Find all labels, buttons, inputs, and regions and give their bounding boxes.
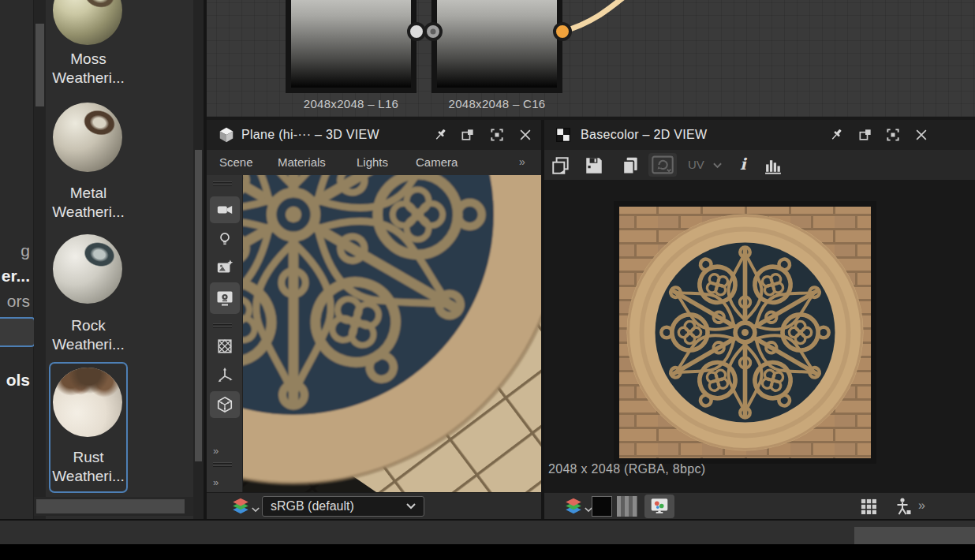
materials-hscrollbar-thumb[interactable]: [36, 499, 185, 513]
render-3d-rosette: [207, 175, 541, 492]
menu-materials[interactable]: Materials: [278, 155, 326, 169]
material-thumbnail-rust[interactable]: [53, 368, 122, 437]
material-thumbnail-moss[interactable]: [53, 0, 122, 45]
view3d-panel: Plane (hi-··· – 3D VIEW Scene Materials …: [207, 120, 541, 519]
view2d-toolbar: UV i: [544, 150, 975, 180]
geometry-button[interactable]: [210, 333, 240, 360]
video-camera-icon: [216, 201, 233, 218]
material-name: Rust: [49, 449, 128, 466]
view2d-bottombar: »: [544, 492, 975, 519]
tiling-button-disabled: [648, 153, 677, 177]
bottombar-overflow-chevron-icon[interactable]: »: [918, 498, 925, 513]
clipped-label: g: [21, 241, 30, 260]
view3d-toolbar: » »: [207, 175, 243, 492]
colorspace-dropdown[interactable]: sRGB (default): [262, 496, 424, 517]
clipped-label: ols: [6, 371, 30, 390]
axes-icon: [216, 367, 233, 384]
float-window-icon[interactable]: [857, 127, 873, 143]
mannequin-scale-icon[interactable]: [894, 497, 913, 517]
materials-scrollbar-thumb[interactable]: [195, 150, 202, 461]
toolbar-grip-handle[interactable]: [213, 461, 232, 467]
material-thumbnail-metal[interactable]: [53, 103, 122, 172]
colorspace-value: sRGB (default): [271, 499, 406, 513]
toolbar-overflow-chevron-icon[interactable]: »: [213, 476, 218, 488]
transform-axes-button[interactable]: [210, 362, 240, 389]
node-graph-canvas[interactable]: 2048x2048 – L16 2048x2048 – C16: [204, 0, 975, 120]
maximize-icon[interactable]: [489, 127, 505, 143]
material-thumbnail-rock[interactable]: [53, 234, 122, 304]
app-window: 2048x2048 – L16 2048x2048 – C16 g er... …: [0, 0, 975, 560]
toolbar-grip-handle[interactable]: [213, 322, 232, 328]
statusbar-scroll-thumb[interactable]: [854, 527, 975, 544]
close-icon[interactable]: [913, 127, 929, 143]
view2d-titlebar[interactable]: Basecolor – 2D VIEW: [544, 120, 975, 150]
histogram-icon[interactable]: [764, 156, 783, 176]
menu-camera[interactable]: Camera: [416, 155, 458, 169]
cube-icon: [218, 126, 235, 144]
materials-hscrollbar[interactable]: [34, 497, 193, 516]
save-icon[interactable]: [584, 155, 604, 176]
materials-scrollbar[interactable]: [193, 0, 204, 519]
colorspace-layers-icon[interactable]: [230, 498, 251, 515]
clipped-label: er...: [2, 267, 30, 286]
color-output-socket[interactable]: [555, 24, 570, 39]
toolbar-grip-handle[interactable]: [213, 180, 232, 186]
environment-image-icon: [216, 259, 233, 276]
display-settings-icon: [215, 289, 234, 308]
viewport-3d[interactable]: » »: [207, 175, 541, 492]
material-name-line2: Weatheri...: [49, 203, 128, 221]
info-icon[interactable]: i: [740, 155, 746, 174]
menu-overflow-chevron-icon[interactable]: »: [519, 155, 525, 168]
display-settings-button[interactable]: [210, 282, 240, 314]
checkerboard-icon: [555, 127, 571, 143]
left-scrollbar[interactable]: [34, 0, 46, 519]
cube-mesh-icon: [216, 396, 233, 413]
clipped-selected-field[interactable]: [0, 317, 35, 347]
uv-mode-label-disabled: UV: [688, 158, 704, 171]
environment-button[interactable]: [210, 254, 240, 281]
output-socket[interactable]: [409, 24, 424, 39]
menu-scene[interactable]: Scene: [219, 155, 253, 169]
copy-icon[interactable]: [620, 155, 641, 176]
display-filter-button[interactable]: [644, 495, 674, 518]
view2d-panel: Basecolor – 2D VIEW: [544, 120, 975, 519]
maximize-icon[interactable]: [885, 127, 901, 143]
material-name-line2: Weatheri...: [49, 336, 128, 353]
geometry-icon: [216, 338, 233, 355]
menu-lights[interactable]: Lights: [357, 155, 388, 169]
chevron-down-icon[interactable]: [252, 507, 260, 513]
pin-icon[interactable]: [432, 127, 448, 143]
background-black-swatch[interactable]: [592, 496, 612, 517]
toolbar-overflow-chevron-icon[interactable]: »: [213, 445, 218, 457]
view2d-title: Basecolor – 2D VIEW: [581, 128, 707, 142]
close-icon[interactable]: [517, 127, 533, 143]
clipped-label: ors: [7, 292, 30, 311]
light-bulb-icon: [217, 231, 233, 247]
rgb-monitor-icon: [649, 497, 670, 516]
input-socket-dot: [431, 29, 436, 35]
view3d-title: Plane (hi-··· – 3D VIEW: [241, 128, 379, 142]
image-info-text: 2048 x 2048 (RGBA, 8bpc): [548, 462, 705, 476]
material-name: Moss: [49, 50, 128, 68]
node-wire[interactable]: [562, 0, 636, 32]
float-window-icon[interactable]: [460, 127, 476, 143]
pin-icon[interactable]: [828, 127, 844, 143]
colorspace-layers-icon[interactable]: [563, 498, 584, 515]
basecolor-texture: [614, 201, 876, 464]
viewport-2d[interactable]: 2048 x 2048 (RGBA, 8bpc): [544, 180, 975, 492]
chevron-down-icon: [713, 162, 722, 169]
mesh-button[interactable]: [210, 391, 240, 418]
left-scrollbar-thumb[interactable]: [35, 24, 44, 106]
view3d-titlebar[interactable]: Plane (hi-··· – 3D VIEW: [207, 120, 541, 150]
left-clipped-panel: g er... ors ols: [0, 0, 34, 519]
material-name-line2: Weatheri...: [49, 468, 128, 485]
background-stripe-swatch[interactable]: [617, 496, 637, 517]
status-bar: [0, 519, 975, 544]
material-name: Metal: [49, 185, 128, 202]
tiling-icon: [648, 153, 677, 177]
camera-display-button[interactable]: [210, 196, 240, 223]
node-wires-layer: [204, 0, 975, 120]
duplicate-view-icon[interactable]: [551, 155, 571, 176]
light-button[interactable]: [210, 226, 240, 252]
grid-icon[interactable]: [860, 498, 878, 516]
